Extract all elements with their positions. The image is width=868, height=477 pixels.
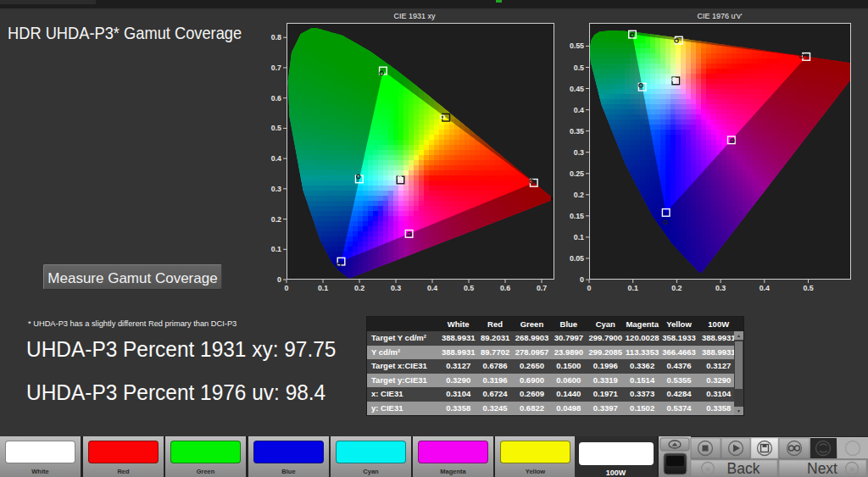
svg-text:0.1: 0.1 — [628, 284, 638, 292]
svg-text:0.2: 0.2 — [671, 284, 682, 292]
svg-text:0.4: 0.4 — [574, 106, 584, 114]
svg-text:0.7: 0.7 — [271, 64, 281, 72]
svg-text:0.1: 0.1 — [574, 233, 584, 241]
svg-text:0.4: 0.4 — [760, 284, 770, 292]
svg-text:0: 0 — [285, 284, 289, 292]
svg-text:0.6: 0.6 — [500, 284, 510, 292]
svg-text:0.2: 0.2 — [574, 191, 584, 199]
svg-text:Back: Back — [727, 460, 760, 477]
svg-text:0.1: 0.1 — [271, 245, 281, 253]
svg-text:0.05: 0.05 — [570, 254, 584, 263]
svg-text:0.3: 0.3 — [391, 284, 401, 292]
svg-text:Next: Next — [807, 460, 837, 477]
svg-text:0.4: 0.4 — [271, 154, 281, 163]
svg-text:0.6: 0.6 — [271, 94, 281, 103]
svg-text:0.15: 0.15 — [570, 212, 584, 220]
svg-text:0.5: 0.5 — [574, 64, 584, 72]
svg-text:0.4: 0.4 — [427, 284, 437, 292]
svg-text:0.55: 0.55 — [570, 42, 584, 50]
svg-text:0.3: 0.3 — [271, 185, 281, 193]
svg-text:0.7: 0.7 — [537, 284, 547, 292]
svg-text:0.3: 0.3 — [574, 148, 584, 157]
svg-text:0.8: 0.8 — [271, 33, 281, 42]
svg-text:CIE 1976 u'v': CIE 1976 u'v' — [698, 12, 743, 20]
svg-text:0.2: 0.2 — [354, 284, 364, 292]
svg-text:0.3: 0.3 — [715, 284, 726, 292]
svg-text:0: 0 — [580, 275, 584, 284]
svg-text:0.45: 0.45 — [570, 85, 584, 93]
svg-text:0.35: 0.35 — [570, 127, 584, 136]
svg-text:0.5: 0.5 — [464, 284, 474, 292]
svg-text:»: » — [849, 464, 854, 474]
svg-text:0.1: 0.1 — [318, 284, 328, 292]
svg-text:0.2: 0.2 — [271, 215, 281, 224]
svg-text:«: « — [705, 464, 710, 474]
svg-text:CIE 1931 xy: CIE 1931 xy — [393, 12, 436, 20]
svg-text:0.5: 0.5 — [803, 284, 813, 292]
svg-text:0: 0 — [587, 284, 592, 292]
svg-text:0.5: 0.5 — [271, 124, 281, 132]
svg-text:0: 0 — [277, 275, 281, 284]
svg-text:0.25: 0.25 — [570, 169, 584, 178]
